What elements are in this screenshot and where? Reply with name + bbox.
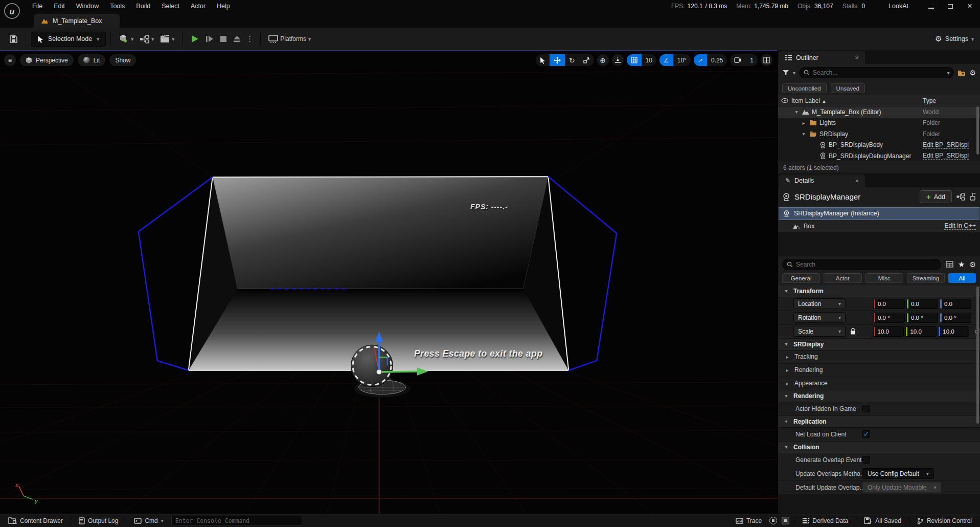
close-button[interactable]: ×: [967, 3, 973, 9]
scale-x-field[interactable]: 10.0: [873, 326, 904, 337]
maximize-button[interactable]: [947, 3, 953, 9]
gizmo-y-axis[interactable]: [379, 371, 417, 372]
outliner-row-lights[interactable]: ▸ Lights Folder: [778, 118, 980, 129]
tab-all[interactable]: All: [948, 273, 976, 283]
details-settings-button[interactable]: ⚙: [969, 260, 976, 269]
section-replication[interactable]: ▾ Replication: [778, 416, 980, 428]
convert-to-blueprint-button[interactable]: [956, 193, 965, 201]
menu-actor[interactable]: Actor: [185, 1, 211, 12]
lock-details-button[interactable]: [969, 193, 976, 201]
menu-window[interactable]: Window: [71, 1, 104, 12]
edit-blueprint-link[interactable]: Edit BP_SRDispl: [923, 141, 969, 149]
insights-snapshot-button[interactable]: [782, 517, 789, 524]
rotation-snap-toggle[interactable]: ∠: [659, 54, 673, 66]
scale-tool-button[interactable]: [579, 54, 594, 66]
camera-speed-value[interactable]: 1: [746, 54, 758, 66]
scale-snap-value[interactable]: 0.25: [707, 54, 727, 66]
component-instance-row[interactable]: SRDisplayManager (Instance): [779, 207, 979, 220]
menu-select[interactable]: Select: [156, 1, 185, 12]
revision-control-button[interactable]: Revision Control: [914, 517, 975, 524]
world-local-toggle[interactable]: ⊕: [597, 54, 609, 66]
derived-data-button[interactable]: Derived Data: [799, 517, 851, 524]
menu-edit[interactable]: Edit: [48, 1, 71, 12]
details-search-input[interactable]: [796, 261, 937, 268]
grid-snap-toggle[interactable]: [627, 54, 642, 66]
type-column[interactable]: Type: [923, 97, 936, 104]
grid-snap-value[interactable]: 10: [642, 54, 656, 66]
close-tab-icon[interactable]: ×: [855, 177, 859, 185]
move-tool-button[interactable]: [550, 54, 565, 66]
section-transform[interactable]: ▾ Transform: [778, 286, 980, 297]
editor-mode-select[interactable]: Selection Mode ▾: [31, 32, 106, 47]
expand-arrow-icon[interactable]: ▸: [801, 120, 807, 126]
outliner-row-srdisplay[interactable]: ▾ SRDisplay Folder: [778, 128, 980, 140]
rotation-dropdown[interactable]: Rotation▾: [793, 312, 846, 323]
outliner-scrollbar[interactable]: [976, 106, 979, 155]
section-appearance[interactable]: ▸ Appearance: [778, 377, 980, 390]
show-button[interactable]: Show: [109, 54, 136, 66]
update-overlaps-dropdown[interactable]: Use Config Default▾: [862, 468, 934, 479]
location-y-field[interactable]: 0.0: [906, 299, 938, 309]
save-button[interactable]: [6, 32, 21, 46]
net-load-checkbox[interactable]: ✓: [862, 430, 870, 438]
menu-tools[interactable]: Tools: [104, 1, 130, 12]
menu-file[interactable]: File: [27, 1, 48, 12]
create-folder-button[interactable]: [958, 70, 966, 76]
level-viewport[interactable]: x y FPS: ----.- Press Escape to exit the…: [0, 50, 778, 514]
section-srdisplay[interactable]: ▾ SRDisplay: [778, 339, 980, 350]
maximize-viewport-button[interactable]: [761, 54, 772, 66]
cinematics-button[interactable]: ▾: [157, 32, 177, 46]
content-drawer-button[interactable]: Content Drawer: [5, 517, 66, 524]
actor-hidden-checkbox[interactable]: [862, 405, 870, 412]
output-log-button[interactable]: Output Log: [76, 517, 121, 524]
minimize-button[interactable]: [928, 3, 934, 9]
stop-button[interactable]: [217, 33, 230, 45]
location-dropdown[interactable]: Location▾: [793, 298, 846, 309]
outliner-settings-button[interactable]: ⚙: [969, 69, 976, 77]
filter-unsaved-button[interactable]: Unsaved: [831, 83, 865, 93]
tab-streaming[interactable]: Streaming: [907, 273, 945, 283]
trace-button[interactable]: Trace: [733, 517, 765, 524]
outliner-search-input[interactable]: [813, 69, 944, 76]
cmd-selector[interactable]: Cmd ▾: [131, 517, 166, 524]
add-actor-button[interactable]: ▾: [116, 31, 136, 47]
details-search[interactable]: [782, 259, 941, 270]
favorites-button[interactable]: ★: [958, 260, 965, 269]
lit-mode-button[interactable]: Lit: [78, 54, 106, 66]
scale-dropdown[interactable]: Scale▾: [793, 326, 846, 337]
rotate-tool-button[interactable]: ↻: [565, 54, 579, 66]
edit-in-cpp-link[interactable]: Edit in C++: [944, 222, 976, 230]
location-x-field[interactable]: 0.0: [873, 299, 905, 309]
edit-blueprint-link[interactable]: Edit BP_SRDispl: [923, 152, 969, 160]
scale-y-field[interactable]: 10.0: [905, 326, 937, 337]
section-collision[interactable]: ▾ Collision: [778, 442, 980, 453]
scale-z-field[interactable]: 10.0: [938, 326, 969, 337]
play-options-menu[interactable]: ⋮: [244, 34, 256, 43]
tab-general[interactable]: General: [782, 273, 820, 283]
outliner-search[interactable]: ▾: [799, 67, 954, 78]
section-tracking[interactable]: ▸ Tracking: [778, 350, 980, 364]
gizmo-center-handle[interactable]: [377, 369, 382, 375]
rotation-y-field[interactable]: 0.0 °: [906, 313, 938, 323]
filter-button[interactable]: [782, 70, 789, 76]
details-scrollbar[interactable]: [976, 287, 979, 424]
generate-overlap-checkbox[interactable]: [862, 456, 870, 464]
eject-button[interactable]: [230, 33, 244, 45]
tab-details[interactable]: ✎ Details ×: [779, 174, 865, 187]
all-saved-button[interactable]: All Saved: [861, 517, 904, 524]
platforms-button[interactable]: Platforms ▾: [265, 32, 314, 46]
viewport-options-button[interactable]: ≡: [4, 54, 16, 66]
chevron-down-icon[interactable]: ▾: [947, 70, 949, 76]
chevron-down-icon[interactable]: ▾: [793, 70, 795, 76]
rotation-x-field[interactable]: 0.0 °: [873, 313, 905, 323]
visibility-column-header[interactable]: [778, 98, 791, 103]
scale-snap-toggle[interactable]: ↗: [694, 54, 707, 66]
add-component-button[interactable]: + Add: [920, 190, 952, 203]
tab-outliner[interactable]: Outliner ×: [779, 51, 865, 64]
collapse-arrow-icon[interactable]: ▾: [801, 131, 807, 137]
filter-uncontrolled-button[interactable]: Uncontrolled: [782, 83, 827, 93]
outliner-row-bp-srdisplaydebugmanager[interactable]: BP_SRDisplayDebugManager Edit BP_SRDispl: [778, 150, 980, 162]
unreal-engine-logo-icon[interactable]: u: [4, 3, 20, 19]
blueprints-button[interactable]: ▾: [136, 32, 157, 46]
console-command-input[interactable]: [171, 516, 302, 525]
